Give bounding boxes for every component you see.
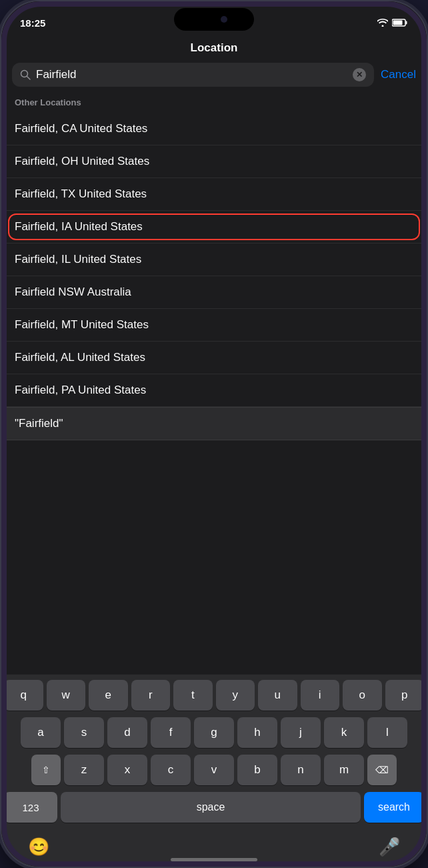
shift-key[interactable]: ⇧ (31, 755, 61, 785)
key-z[interactable]: z (64, 755, 104, 785)
wifi-icon (377, 19, 388, 27)
list-item[interactable]: Fairfield, OH United States (1, 145, 427, 178)
list-item-fairfield-ia[interactable]: Fairfield, IA United States (1, 211, 427, 244)
list-item[interactable]: Fairfield, AL United States (1, 342, 427, 374)
key-s[interactable]: s (64, 717, 104, 748)
key-q[interactable]: q (4, 680, 43, 711)
key-e[interactable]: e (89, 680, 128, 711)
key-w[interactable]: w (47, 680, 86, 711)
clear-icon: ✕ (356, 71, 363, 79)
list-item[interactable]: Fairfield, CA United States (1, 113, 427, 145)
key-l[interactable]: l (367, 717, 407, 748)
key-f[interactable]: f (151, 717, 191, 748)
search-input-wrapper[interactable]: ✕ (12, 63, 374, 87)
search-bar-container: ✕ Cancel (1, 63, 427, 87)
home-indicator (171, 858, 257, 861)
key-a[interactable]: a (21, 717, 61, 748)
key-r[interactable]: r (131, 680, 171, 711)
search-key[interactable]: search (364, 792, 424, 823)
dynamic-island (174, 8, 254, 31)
key-b[interactable]: b (237, 755, 277, 785)
results-section: Other Locations Fairfield, CA United Sta… (1, 97, 427, 675)
search-input[interactable] (36, 68, 347, 81)
key-v[interactable]: v (194, 755, 234, 785)
key-p[interactable]: p (385, 680, 425, 711)
svg-line-4 (27, 77, 31, 80)
key-k[interactable]: k (324, 717, 364, 748)
key-y[interactable]: y (216, 680, 255, 711)
phone-frame: 18:25 Location (0, 0, 428, 868)
key-x[interactable]: x (107, 755, 147, 785)
list-item[interactable]: Fairfield, PA United States (1, 374, 427, 407)
svg-rect-1 (406, 21, 407, 25)
keyboard-row-1: q w e r t y u i o p (4, 680, 424, 711)
list-item[interactable]: Fairfield, IL United States (1, 244, 427, 276)
key-j[interactable]: j (281, 717, 321, 748)
keyboard-row-3: ⇧ z x c v b n m ⌫ (4, 755, 424, 785)
cancel-button[interactable]: Cancel (381, 68, 416, 81)
page-title: Location (1, 36, 427, 63)
key-g[interactable]: g (194, 717, 234, 748)
key-u[interactable]: u (258, 680, 297, 711)
backspace-key[interactable]: ⌫ (367, 755, 397, 785)
numbers-key[interactable]: 123 (4, 792, 57, 823)
key-t[interactable]: t (173, 680, 213, 711)
keyboard: q w e r t y u i o p a s d f g h j k (1, 675, 427, 832)
emoji-icon[interactable]: 😊 (28, 837, 49, 857)
list-item[interactable]: Fairfield, MT United States (1, 309, 427, 342)
content-area: Location ✕ Cancel Other Locations Fairfi… (1, 36, 427, 867)
battery-icon (392, 19, 408, 27)
search-suggestion[interactable]: "Fairfield" (1, 407, 427, 440)
svg-rect-2 (393, 21, 403, 25)
search-icon (20, 69, 31, 80)
clear-button[interactable]: ✕ (353, 68, 366, 81)
mic-icon[interactable]: 🎤 (379, 837, 400, 857)
key-o[interactable]: o (343, 680, 382, 711)
status-bar: 18:25 (1, 1, 427, 36)
key-h[interactable]: h (237, 717, 277, 748)
key-c[interactable]: c (151, 755, 191, 785)
list-item[interactable]: Fairfield, TX United States (1, 178, 427, 211)
key-m[interactable]: m (324, 755, 364, 785)
space-key[interactable]: space (61, 792, 361, 823)
status-icons (377, 19, 408, 27)
status-time: 18:25 (20, 17, 45, 29)
list-item[interactable]: Fairfield NSW Australia (1, 276, 427, 309)
key-d[interactable]: d (107, 717, 147, 748)
section-header: Other Locations (1, 97, 427, 113)
key-n[interactable]: n (281, 755, 321, 785)
keyboard-row-2: a s d f g h j k l (4, 717, 424, 748)
keyboard-row-4: 123 space search (4, 792, 424, 823)
camera-dot (221, 16, 227, 23)
key-i[interactable]: i (301, 680, 340, 711)
bottom-bar: 😊 🎤 (1, 832, 427, 867)
